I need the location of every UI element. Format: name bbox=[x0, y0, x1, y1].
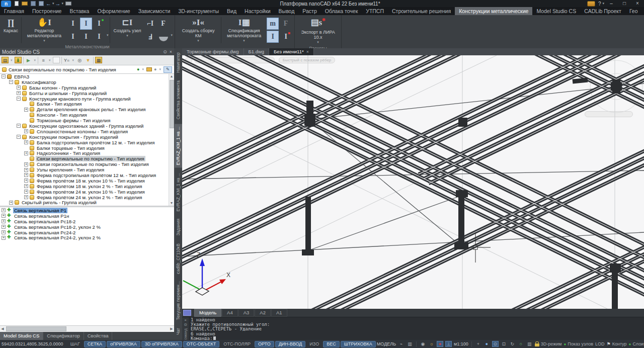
list-item[interactable]: +Связь вертикальная Р1 bbox=[0, 208, 174, 213]
annotation-scale[interactable]: м1:100 bbox=[454, 341, 468, 346]
layout-tab[interactable]: A3 bbox=[238, 309, 255, 317]
status-toggle[interactable]: ОТС-ОБЪЕКТ bbox=[183, 341, 219, 347]
expand-icon[interactable]: + bbox=[2, 219, 6, 223]
docked-panel-tab[interactable]: Чат bbox=[175, 325, 182, 337]
link-icon[interactable]: ▦ bbox=[95, 57, 102, 63]
ribbon-tab[interactable]: Облака точек bbox=[321, 7, 362, 15]
ribbon-tab[interactable]: Вид bbox=[223, 7, 240, 15]
beam-nodes-icon[interactable]: I bbox=[93, 18, 105, 30]
docked-panel-tab[interactable]: EVRAZ_KM_1 на ... bbox=[175, 170, 182, 214]
undo-dropdown-icon[interactable]: ▾ bbox=[52, 2, 54, 6]
ribbon-tab[interactable]: АВС Сметы bbox=[642, 7, 644, 15]
tree-item[interactable]: +Надколонники - Тип изделия bbox=[0, 150, 174, 156]
spec-table-icon[interactable]: m bbox=[267, 18, 279, 30]
find-icon[interactable]: ◎ bbox=[76, 57, 83, 63]
scroll-left-icon[interactable]: ◀ bbox=[0, 327, 5, 331]
ribbon-tab[interactable]: Вставка bbox=[65, 7, 93, 15]
list-item[interactable]: +Связь вертикальная Рс24-2 bbox=[0, 230, 174, 235]
drawing-canvas[interactable]: Быстрый с показом рёбер Z X bbox=[182, 55, 644, 309]
status-toggle[interactable]: ИЗО bbox=[306, 341, 322, 347]
viewport-menu-icon[interactable] bbox=[185, 57, 192, 63]
expand-icon[interactable]: + bbox=[24, 184, 28, 188]
export-db-icon[interactable]: ▤ bbox=[2, 57, 9, 63]
redo-dropdown-icon[interactable]: ▾ bbox=[62, 2, 64, 6]
status-toggle[interactable]: оПРИВЯЗКА bbox=[107, 341, 140, 347]
globe-icon[interactable]: ● bbox=[137, 67, 139, 72]
tree-item[interactable]: +Базы колонн - Группа изделий bbox=[0, 85, 174, 91]
frame-button[interactable]: ∏ Каркас bbox=[2, 16, 20, 44]
lod-toggle[interactable]: LOD bbox=[595, 341, 605, 346]
locator-pill[interactable] bbox=[585, 111, 633, 117]
tree-item[interactable]: Балки - Тип изделия bbox=[0, 101, 174, 107]
expand-icon[interactable]: + bbox=[24, 195, 28, 199]
scroll-down-icon[interactable]: ▼ bbox=[169, 201, 174, 206]
beam-section-icon[interactable]: I bbox=[80, 18, 92, 30]
list-item[interactable]: +Связь вертикальная Рс18-2, уклон 2 % bbox=[0, 224, 174, 230]
expand-icon[interactable]: + bbox=[24, 190, 28, 194]
command-pin-icon[interactable]: ⊙ bbox=[184, 322, 187, 327]
tree-item[interactable]: +Ферма пролётом 18 м. уклон 2 % - Тип из… bbox=[0, 184, 174, 189]
close-button[interactable]: × bbox=[631, 0, 644, 7]
tree-item[interactable]: +Болты и шпильки - Группа изделий bbox=[0, 91, 174, 96]
layouts-icon[interactable] bbox=[183, 310, 191, 316]
docked-panel-tab[interactable]: cadlib_СГ110кВ bbox=[175, 241, 182, 277]
command-history[interactable]: 1 найденоУкажите противоположный угол:ER… bbox=[189, 317, 644, 340]
tree-item[interactable]: +Ферма пролётом 24 м. уклон 10 % - Тип и… bbox=[0, 189, 174, 195]
sphere-icon[interactable]: ● bbox=[154, 67, 156, 72]
tree-item[interactable]: +Ферма подстропильная пролётом 12 м. - Т… bbox=[0, 172, 174, 178]
status-toggle[interactable]: ДИН-ВВОД bbox=[275, 341, 306, 347]
expand-icon[interactable]: + bbox=[2, 208, 6, 212]
expand-icon[interactable]: + bbox=[2, 236, 6, 240]
save-icon[interactable] bbox=[31, 1, 36, 6]
docked-panel-tab[interactable]: Свойства элемента bbox=[175, 78, 182, 122]
play-icon[interactable]: ▶ bbox=[25, 57, 32, 63]
beam-trim-icon[interactable]: I bbox=[80, 31, 92, 43]
list-item[interactable]: +Связь вертикальная Рс24-2, уклон 2 % bbox=[0, 235, 174, 240]
tree-item[interactable]: −Конструкции кранового пути - Группа изд… bbox=[0, 96, 174, 102]
beam-marked-icon[interactable]: I bbox=[280, 31, 292, 43]
help-dropdown-icon[interactable]: ▾ bbox=[602, 2, 604, 6]
command-close-icon[interactable]: × bbox=[184, 318, 187, 322]
minimize-button[interactable]: – bbox=[605, 0, 618, 7]
ribbon-tab[interactable]: Model Studio CS bbox=[532, 7, 580, 15]
panel-tab[interactable]: Свойства bbox=[84, 332, 113, 340]
point-icon[interactable]: ● bbox=[484, 341, 490, 347]
tab-close-icon[interactable]: × bbox=[306, 48, 309, 55]
scroll-up-icon[interactable]: ▲ bbox=[169, 74, 174, 79]
beam-join-icon[interactable]: I bbox=[67, 31, 79, 43]
ribbon-tab[interactable]: Зависимости bbox=[134, 7, 175, 15]
expand-icon[interactable]: + bbox=[2, 214, 6, 218]
screens-icon[interactable]: ▥ bbox=[526, 341, 533, 347]
blank-icon[interactable] bbox=[53, 57, 60, 63]
ribbon-tab[interactable]: УТПСП bbox=[362, 7, 388, 15]
expand-icon[interactable]: + bbox=[2, 230, 6, 234]
expand-icon[interactable]: + bbox=[24, 108, 28, 112]
beam-edit-icon[interactable]: I bbox=[93, 31, 105, 43]
status-toggle[interactable]: ОРТО bbox=[255, 341, 274, 347]
sort-filter-icon[interactable]: Y= bbox=[63, 57, 70, 63]
collapse-icon[interactable]: − bbox=[9, 80, 13, 84]
expand-icon[interactable]: + bbox=[24, 129, 28, 133]
folder-icon[interactable] bbox=[146, 67, 152, 71]
ribbon-tab[interactable]: Оформление bbox=[93, 7, 134, 15]
ribbon-tab[interactable]: Конструкции металлические bbox=[455, 7, 532, 15]
ribbon-tab[interactable]: Настройки bbox=[240, 7, 275, 15]
list-item[interactable]: +Связь вертикальная Рс18-2 bbox=[0, 219, 174, 224]
expand-icon[interactable]: + bbox=[24, 140, 28, 144]
pan-icon[interactable]: + bbox=[475, 341, 481, 347]
update-db-icon[interactable]: ⇓ bbox=[15, 57, 22, 63]
docked-panel-tab[interactable]: Навигатор bbox=[175, 50, 182, 75]
view-list-icon[interactable]: ≡ bbox=[40, 57, 47, 63]
edit-tool-icon[interactable]: ✎ bbox=[164, 66, 172, 73]
viewport-icon[interactable]: ▥ bbox=[407, 341, 413, 347]
expand-icon[interactable]: + bbox=[24, 162, 28, 166]
document-tab[interactable]: Б1.dwg bbox=[244, 48, 270, 55]
tree-item[interactable]: +Скрытый ригель - Группа изделий bbox=[0, 200, 174, 205]
collapse-icon[interactable]: − bbox=[17, 135, 21, 139]
panel-close-icon[interactable]: × bbox=[170, 49, 172, 54]
panel-tab[interactable]: Model Studio CS bbox=[0, 332, 43, 340]
interface-theme-icon[interactable] bbox=[587, 1, 595, 7]
tree-item[interactable]: Балки торцевые - Тип изделия bbox=[0, 145, 174, 151]
new-file-icon[interactable] bbox=[15, 1, 19, 6]
expand-icon[interactable]: + bbox=[17, 85, 21, 90]
